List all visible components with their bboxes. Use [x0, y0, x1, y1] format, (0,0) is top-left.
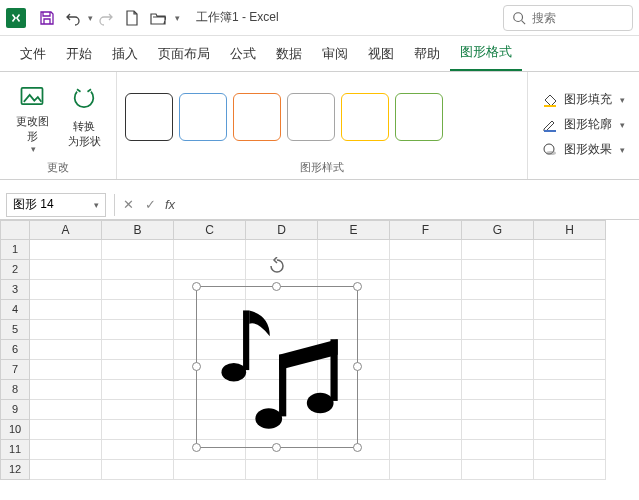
cell[interactable] — [462, 420, 534, 440]
shape-fill-button[interactable]: 图形填充▾ — [536, 88, 631, 111]
cell[interactable] — [462, 300, 534, 320]
search-input[interactable] — [532, 11, 622, 25]
cell[interactable] — [102, 440, 174, 460]
cell[interactable] — [462, 320, 534, 340]
resize-handle-tr[interactable] — [353, 282, 362, 291]
cell[interactable] — [318, 460, 390, 480]
cell[interactable] — [462, 360, 534, 380]
tab-file[interactable]: 文件 — [10, 37, 56, 71]
tab-home[interactable]: 开始 — [56, 37, 102, 71]
style-preset-5[interactable] — [395, 93, 443, 141]
column-header[interactable]: E — [318, 220, 390, 240]
cell[interactable] — [102, 420, 174, 440]
row-header[interactable]: 8 — [0, 380, 30, 400]
cell[interactable] — [390, 240, 462, 260]
cell[interactable] — [462, 460, 534, 480]
chevron-down-icon[interactable]: ▾ — [94, 200, 99, 210]
shape-outline-button[interactable]: 图形轮廓▾ — [536, 113, 631, 136]
row-header[interactable]: 11 — [0, 440, 30, 460]
cell[interactable] — [390, 380, 462, 400]
row-header[interactable]: 3 — [0, 280, 30, 300]
cell[interactable] — [390, 460, 462, 480]
cell[interactable] — [30, 460, 102, 480]
cell[interactable] — [534, 340, 606, 360]
resize-handle-bm[interactable] — [272, 443, 281, 452]
cell[interactable] — [534, 400, 606, 420]
cell[interactable] — [30, 440, 102, 460]
resize-handle-mr[interactable] — [353, 362, 362, 371]
column-header[interactable]: G — [462, 220, 534, 240]
cell[interactable] — [318, 240, 390, 260]
cell[interactable] — [462, 400, 534, 420]
cell[interactable] — [102, 400, 174, 420]
style-preset-3[interactable] — [287, 93, 335, 141]
cell[interactable] — [534, 300, 606, 320]
cell[interactable] — [174, 240, 246, 260]
select-all-corner[interactable] — [0, 220, 30, 240]
column-header[interactable]: H — [534, 220, 606, 240]
cell[interactable] — [390, 280, 462, 300]
cell[interactable] — [534, 380, 606, 400]
open-file-button[interactable] — [145, 5, 171, 31]
cell[interactable] — [102, 280, 174, 300]
shape-effects-button[interactable]: 图形效果▾ — [536, 138, 631, 161]
column-header[interactable]: D — [246, 220, 318, 240]
cell[interactable] — [390, 360, 462, 380]
cell[interactable] — [534, 320, 606, 340]
cell[interactable] — [534, 460, 606, 480]
cell[interactable] — [246, 460, 318, 480]
style-preset-4[interactable] — [341, 93, 389, 141]
change-graphic-button[interactable]: 更改图 形 ▾ — [8, 79, 56, 155]
search-box[interactable] — [503, 5, 633, 31]
resize-handle-tl[interactable] — [192, 282, 201, 291]
cell[interactable] — [102, 240, 174, 260]
accept-formula-button[interactable]: ✓ — [139, 194, 161, 216]
tab-insert[interactable]: 插入 — [102, 37, 148, 71]
cell[interactable] — [390, 340, 462, 360]
cell[interactable] — [30, 400, 102, 420]
resize-handle-tm[interactable] — [272, 282, 281, 291]
row-header[interactable]: 5 — [0, 320, 30, 340]
cell[interactable] — [30, 320, 102, 340]
cell[interactable] — [534, 240, 606, 260]
tab-shape-format[interactable]: 图形格式 — [450, 35, 522, 71]
cancel-formula-button[interactable]: ✕ — [117, 194, 139, 216]
cell[interactable] — [30, 360, 102, 380]
cell[interactable] — [534, 280, 606, 300]
cell[interactable] — [462, 340, 534, 360]
tab-data[interactable]: 数据 — [266, 37, 312, 71]
cell[interactable] — [102, 320, 174, 340]
row-header[interactable]: 10 — [0, 420, 30, 440]
resize-handle-bl[interactable] — [192, 443, 201, 452]
cell[interactable] — [30, 240, 102, 260]
cell[interactable] — [462, 260, 534, 280]
cell[interactable] — [102, 300, 174, 320]
convert-to-shape-button[interactable]: 转换 为形状 — [60, 79, 108, 155]
cell[interactable] — [30, 420, 102, 440]
row-header[interactable]: 2 — [0, 260, 30, 280]
cell[interactable] — [102, 380, 174, 400]
cell[interactable] — [102, 460, 174, 480]
tab-view[interactable]: 视图 — [358, 37, 404, 71]
cell[interactable] — [462, 380, 534, 400]
row-header[interactable]: 1 — [0, 240, 30, 260]
cell[interactable] — [390, 300, 462, 320]
cell[interactable] — [318, 260, 390, 280]
cell[interactable] — [390, 260, 462, 280]
cell[interactable] — [390, 400, 462, 420]
column-header[interactable]: F — [390, 220, 462, 240]
column-header[interactable]: A — [30, 220, 102, 240]
tab-formulas[interactable]: 公式 — [220, 37, 266, 71]
row-header[interactable]: 12 — [0, 460, 30, 480]
style-preset-2[interactable] — [233, 93, 281, 141]
cell[interactable] — [534, 360, 606, 380]
undo-button[interactable] — [60, 5, 86, 31]
new-file-button[interactable] — [119, 5, 145, 31]
column-header[interactable]: C — [174, 220, 246, 240]
rotate-handle[interactable] — [268, 257, 286, 275]
cell[interactable] — [534, 440, 606, 460]
name-box[interactable]: 图形 14▾ — [6, 193, 106, 217]
cell[interactable] — [30, 380, 102, 400]
formula-input[interactable] — [179, 198, 639, 212]
selected-shape[interactable] — [196, 286, 358, 448]
